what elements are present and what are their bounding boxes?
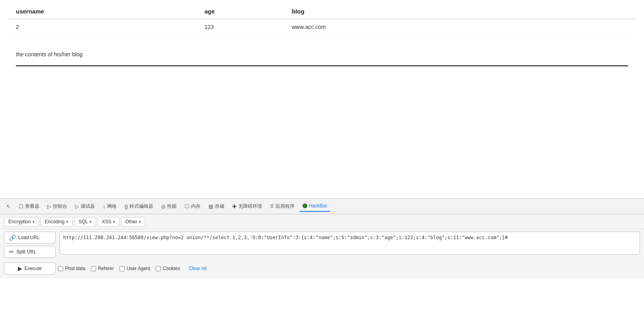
col-header-blog: blog [286,4,636,19]
main-content: username age blog 2 123 www.acc.com the … [0,0,644,198]
storage-icon: ▤ [208,203,213,209]
network-label: 网络 [107,203,117,210]
performance-icon: ◎ [161,203,166,209]
devtools-accessibility[interactable]: ✚ 无障碍环境 [229,201,265,212]
network-icon: ↕ [103,203,106,209]
hackbar-left-buttons: 🔗 Load URL ✂ Split URL [4,232,56,258]
hackbar-bottom-left: ▶ Execute [4,263,56,274]
hackbar-panel: Encryption ▾ Encoding ▾ SQL ▾ XSS ▾ Othe… [0,214,644,278]
devtools-debugger[interactable]: ▷ 调试器 [72,201,98,212]
sql-dropdown[interactable]: SQL ▾ [74,217,96,226]
sql-arrow-icon: ▾ [90,220,92,224]
hackbar-dot-icon [303,203,307,208]
cookies-checkbox-label[interactable]: Cookies [156,266,180,271]
inspector-icon: ☐ [19,203,23,209]
cookies-label: Cookies [163,266,180,271]
referer-checkbox-label[interactable]: Referer [91,266,114,271]
useragent-checkbox[interactable] [120,266,125,271]
debugger-label: 调试器 [81,203,95,210]
load-url-icon: 🔗 [9,234,16,241]
encryption-dropdown[interactable]: Encryption ▾ [4,217,39,226]
split-url-button[interactable]: ✂ Split URL [4,246,56,258]
xss-label: XSS [102,219,112,224]
horizontal-divider [16,65,628,66]
blog-content-text: the contents of his/her blog [8,43,636,61]
devtools-network[interactable]: ↕ 网络 [100,201,120,212]
execute-button[interactable]: ▶ Execute [4,263,56,274]
performance-label: 性能 [167,203,177,210]
load-url-label: Load URL [18,235,40,240]
referer-label: Referer [98,266,114,271]
encoding-label: Encoding [45,219,65,224]
xss-dropdown[interactable]: XSS ▾ [98,217,120,226]
cookies-checkbox[interactable] [156,266,161,271]
postdata-label: Post data [65,266,85,271]
xss-arrow-icon: ▾ [113,220,115,224]
col-header-username: username [8,4,199,19]
devtools-memory[interactable]: ☐ 内存 [181,201,204,212]
postdata-checkbox[interactable] [58,266,63,271]
hackbar-label: HackBar [309,203,327,209]
other-label: Other [125,219,137,224]
col-header-age: age [199,4,286,19]
hackbar-checkboxes: Post data Referer User Agent Cookies Cle… [58,264,640,273]
devtools-pointer[interactable]: ↖ [3,201,14,212]
style-editor-icon: {} [125,203,128,209]
console-icon: ▷ [47,203,51,209]
devtools-performance[interactable]: ◎ 性能 [158,201,180,212]
postdata-checkbox-label[interactable]: Post data [58,266,85,271]
clear-all-button[interactable]: Clear All [185,264,210,273]
split-url-icon: ✂ [9,249,14,255]
style-editor-label: 样式编辑器 [129,203,153,210]
console-label: 控制台 [53,203,67,210]
useragent-label: User Agent [127,266,150,271]
split-url-label: Split URL [16,249,37,255]
other-arrow-icon: ▾ [139,220,141,224]
accessibility-icon: ✚ [232,203,237,209]
url-input[interactable] [60,232,640,255]
execute-icon: ▶ [18,265,22,272]
devtools-hackbar[interactable]: HackBar [299,201,330,212]
hackbar-url-area [60,232,640,258]
pointer-icon: ↖ [6,203,11,209]
devtools-console[interactable]: ▷ 控制台 [44,201,70,212]
accessibility-label: 无障碍环境 [238,203,262,210]
encryption-arrow-icon: ▾ [33,220,35,224]
load-url-button[interactable]: 🔗 Load URL [4,232,56,244]
data-table: username age blog 2 123 www.acc.com [8,4,636,35]
memory-label: 内存 [191,203,201,210]
cell-blog: www.acc.com [286,19,636,35]
hackbar-body: 🔗 Load URL ✂ Split URL [0,229,644,260]
other-dropdown[interactable]: Other ▾ [121,217,145,226]
application-label: 应用程序 [276,203,295,210]
hackbar-toolbar: Encryption ▾ Encoding ▾ SQL ▾ XSS ▾ Othe… [0,215,644,229]
memory-icon: ☐ [185,203,189,209]
encoding-arrow-icon: ▾ [66,220,68,224]
sql-label: SQL [79,219,88,224]
inspector-label: 查看器 [25,203,39,210]
encoding-dropdown[interactable]: Encoding ▾ [40,217,73,226]
hackbar-bottom: ▶ Execute Post data Referer User Agent C… [0,260,644,278]
storage-label: 存储 [215,203,224,210]
devtools-bar: ↖ ☐ 查看器 ▷ 控制台 ▷ 调试器 ↕ 网络 {} 样式编辑器 ◎ 性能 ☐… [0,198,644,214]
execute-label: Execute [25,266,42,271]
debugger-icon: ▷ [75,203,79,209]
devtools-storage[interactable]: ▤ 存储 [205,201,228,212]
useragent-checkbox-label[interactable]: User Agent [120,266,150,271]
devtools-style-editor[interactable]: {} 样式编辑器 [121,201,157,212]
application-icon: ⠿ [270,203,274,209]
devtools-application[interactable]: ⠿ 应用程序 [267,201,298,212]
cell-age: 123 [199,19,286,35]
table-row: 2 123 www.acc.com [8,19,636,35]
devtools-inspector[interactable]: ☐ 查看器 [15,201,42,212]
encryption-label: Encryption [8,219,31,224]
referer-checkbox[interactable] [91,266,96,271]
cell-username: 2 [8,19,199,35]
